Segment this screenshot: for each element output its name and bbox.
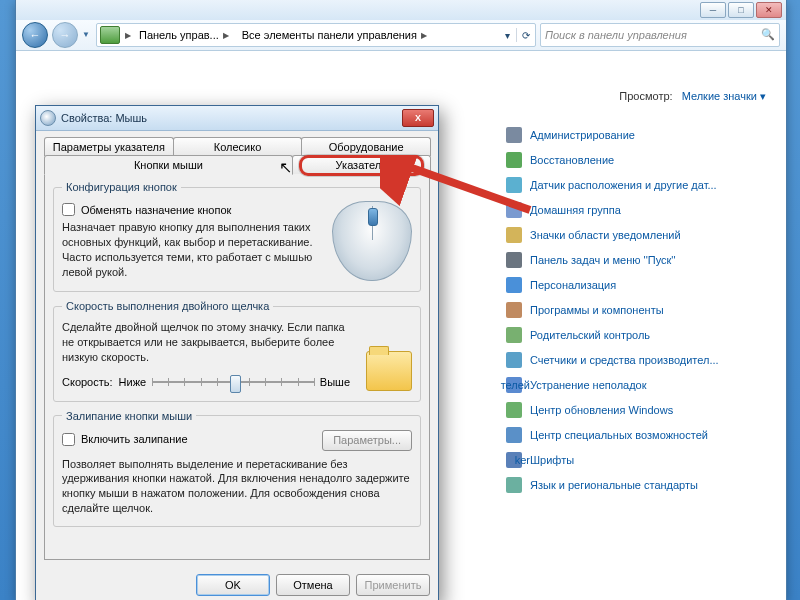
close-button[interactable]: ✕ (756, 2, 782, 18)
forward-button[interactable]: → (52, 22, 78, 48)
item-icon (506, 227, 522, 243)
search-input[interactable]: Поиск в панели управления 🔍 (540, 23, 780, 47)
checkbox-input[interactable] (62, 203, 75, 216)
address-dropdown[interactable]: ▾ (498, 26, 516, 44)
item-label: Восстановление (530, 154, 614, 166)
description-text: Позволяет выполнять выделение и перетаск… (62, 457, 412, 516)
item-label: Счетчики и средства производител... (530, 354, 719, 366)
speed-label: Скорость: (62, 376, 113, 388)
item-label: Центр специальных возможностей (530, 429, 708, 441)
breadcrumb-segment[interactable]: Панель управ...▶ (133, 24, 236, 46)
item-label: Родительский контроль (530, 329, 650, 341)
item-icon (506, 352, 522, 368)
item-label: Персонализация (530, 279, 616, 291)
group-legend: Залипание кнопки мыши (62, 410, 196, 422)
ok-button[interactable]: OK (196, 574, 270, 596)
click-lock-checkbox[interactable]: Включить залипание (62, 433, 314, 446)
item-icon (506, 127, 522, 143)
item-icon (506, 152, 522, 168)
window-caption-bar: ─ □ ✕ (16, 0, 786, 20)
control-panel-item[interactable]: Панель задач и меню ''Пуск'' (506, 247, 766, 272)
control-panel-item[interactable]: Восстановление (506, 147, 766, 172)
dialog-close-button[interactable]: X (402, 109, 434, 127)
control-panel-item[interactable]: Значки области уведомлений (506, 222, 766, 247)
item-icon (506, 202, 522, 218)
view-mode: Просмотр: Мелкие значки ▾ (619, 90, 766, 103)
tab-label: Указатели (336, 159, 388, 171)
tab-wheel[interactable]: Колесико (173, 137, 303, 156)
item-label: Центр обновления Windows (530, 404, 673, 416)
checkbox-label: Включить залипание (81, 433, 188, 445)
nav-history-dropdown[interactable]: ▼ (82, 30, 92, 40)
item-icon (506, 302, 522, 318)
slider-thumb[interactable] (230, 375, 241, 393)
minimize-button[interactable]: ─ (700, 2, 726, 18)
mouse-icon (40, 110, 56, 126)
dialog-titlebar[interactable]: Свойства: Мышь X (36, 106, 438, 131)
search-icon: 🔍 (761, 28, 775, 42)
click-lock-settings-button: Параметры... (322, 430, 412, 451)
tab-pointer-options[interactable]: Параметры указателя (44, 137, 174, 156)
list-item[interactable]: телей (475, 372, 530, 397)
description-text: Сделайте двойной щелчок по этому значку.… (62, 320, 350, 365)
item-label: Язык и региональные стандарты (530, 479, 698, 491)
cancel-button[interactable]: Отмена (276, 574, 350, 596)
control-panel-item[interactable]: Центр обновления Windows (506, 397, 766, 422)
button-config-group: Конфигурация кнопок Обменять назначение … (53, 181, 421, 292)
tab-pointers[interactable]: Указатели (292, 155, 431, 174)
item-icon (506, 177, 522, 193)
group-legend: Конфигурация кнопок (62, 181, 181, 193)
item-label: Администрирование (530, 129, 635, 141)
control-panel-item[interactable]: Программы и компоненты (506, 297, 766, 322)
control-panel-item[interactable]: Язык и региональные стандарты (506, 472, 766, 497)
item-icon (506, 277, 522, 293)
tab-buttons[interactable]: Кнопки мыши (44, 155, 293, 175)
mouse-illustration (332, 201, 412, 281)
list-item[interactable]: ker (475, 447, 530, 472)
back-button[interactable]: ← (22, 22, 48, 48)
tab-hardware[interactable]: Оборудование (301, 137, 431, 156)
speed-slider[interactable] (152, 373, 314, 391)
control-panel-list: АдминистрированиеВосстановлениеДатчик ра… (506, 122, 766, 497)
click-lock-group: Залипание кнопки мыши Включить залипание… (53, 410, 421, 527)
item-icon (506, 477, 522, 493)
address-bar[interactable]: ▶ Панель управ...▶ Все элементы панели у… (96, 23, 536, 47)
breadcrumb-segment[interactable]: Все элементы панели управления▶ (236, 24, 434, 46)
item-label: Панель задач и меню ''Пуск'' (530, 254, 676, 266)
description-text: Назначает правую кнопку для выполнения т… (62, 220, 322, 279)
search-placeholder: Поиск в панели управления (545, 29, 687, 41)
item-label: Датчик расположения и другие дат... (530, 179, 717, 191)
control-panel-item[interactable]: Родительский контроль (506, 322, 766, 347)
dialog-button-row: OK Отмена Применить (36, 568, 438, 600)
checkbox-input[interactable] (62, 433, 75, 446)
maximize-button[interactable]: □ (728, 2, 754, 18)
control-panel-item[interactable]: Шрифты (506, 447, 766, 472)
control-panel-item[interactable]: Администрирование (506, 122, 766, 147)
control-panel-icon (100, 26, 120, 44)
dialog-title: Свойства: Мышь (61, 112, 397, 124)
swap-buttons-checkbox[interactable]: Обменять назначение кнопок (62, 203, 322, 216)
control-panel-item[interactable]: Персонализация (506, 272, 766, 297)
slider-high-label: Выше (320, 376, 350, 388)
obscured-column: телей ker (475, 372, 530, 472)
item-label: Значки области уведомлений (530, 229, 681, 241)
view-mode-link[interactable]: Мелкие значки ▾ (682, 90, 766, 102)
breadcrumb-label: Панель управ... (139, 29, 219, 41)
refresh-button[interactable]: ⟳ (517, 26, 535, 44)
item-label: Шрифты (530, 454, 574, 466)
control-panel-item[interactable]: Центр специальных возможностей (506, 422, 766, 447)
control-panel-item[interactable]: Счетчики и средства производител... (506, 347, 766, 372)
mouse-properties-dialog: Свойства: Мышь X Параметры указателя Кол… (35, 105, 439, 600)
double-click-speed-group: Скорость выполнения двойного щелчка Сдел… (53, 300, 421, 402)
group-legend: Скорость выполнения двойного щелчка (62, 300, 273, 312)
apply-button: Применить (356, 574, 430, 596)
item-label: Программы и компоненты (530, 304, 664, 316)
test-folder-icon[interactable] (366, 351, 412, 391)
slider-low-label: Ниже (119, 376, 147, 388)
control-panel-item[interactable]: Датчик расположения и другие дат... (506, 172, 766, 197)
control-panel-item[interactable]: Домашняя группа (506, 197, 766, 222)
checkbox-label: Обменять назначение кнопок (81, 204, 231, 216)
item-icon (506, 327, 522, 343)
explorer-toolbar: ← → ▼ ▶ Панель управ...▶ Все элементы па… (16, 20, 786, 51)
control-panel-item[interactable]: Устранение неполадок (506, 372, 766, 397)
